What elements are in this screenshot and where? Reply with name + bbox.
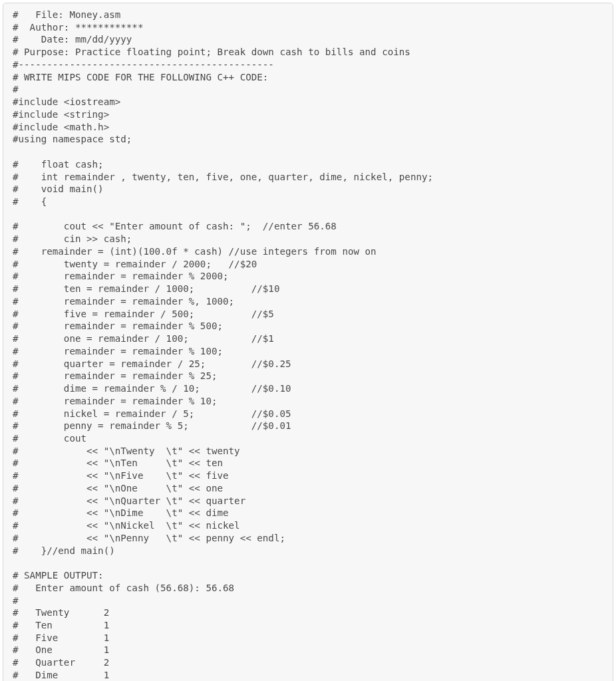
code-content: # File: Money.asm # Author: ************…: [13, 9, 433, 681]
code-block: # File: Money.asm # Author: ************…: [3, 3, 613, 681]
